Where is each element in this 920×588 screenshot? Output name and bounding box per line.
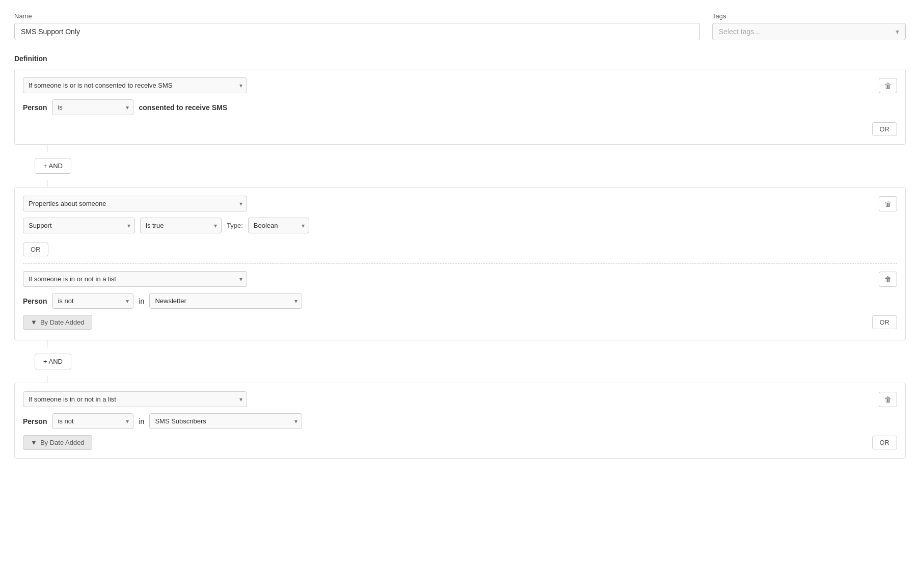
condition4-list-wrapper[interactable]: SMS Subscribers: [149, 413, 302, 429]
condition2-operator-wrapper[interactable]: is true: [140, 218, 222, 233]
condition2-type-select[interactable]: Properties about someone: [23, 196, 247, 211]
condition4-operator-wrapper[interactable]: is not: [52, 413, 133, 429]
tags-placeholder: Select tags...: [719, 28, 760, 36]
condition3-filter-button[interactable]: ▼ By Date Added: [23, 315, 92, 330]
connector-line-1: [47, 145, 47, 152]
condition2-property-wrapper[interactable]: Support: [23, 218, 135, 233]
condition1-type-wrapper[interactable]: If someone is or is not consented to rec…: [23, 77, 247, 93]
name-input[interactable]: [14, 23, 700, 40]
condition4-filter-label: By Date Added: [40, 439, 85, 446]
condition3-list-select[interactable]: Newsletter: [149, 293, 302, 309]
condition1-consented-text: consented to receive SMS: [139, 103, 227, 112]
condition4-delete-button[interactable]: 🗑: [879, 392, 897, 407]
condition4-or-button[interactable]: OR: [872, 436, 898, 449]
condition-block-4: If someone is in or not in a list 🗑 Pers…: [14, 383, 906, 459]
condition4-in-text: in: [139, 417, 144, 425]
definition-title: Definition: [14, 55, 906, 63]
condition1-type-select[interactable]: If someone is or is not consented to rec…: [23, 77, 247, 93]
connector-line-2: [47, 180, 47, 187]
condition2-section: Properties about someone 🗑 Support is tr…: [23, 196, 897, 235]
condition4-operator-select[interactable]: is not: [52, 413, 133, 429]
condition3-operator-wrapper[interactable]: is not: [52, 293, 133, 309]
condition3-filter-label: By Date Added: [40, 318, 85, 326]
condition2-type-wrapper[interactable]: Properties about someone: [23, 196, 247, 211]
condition2-type-value-select[interactable]: Boolean: [248, 218, 309, 233]
condition4-row: Person is not in SMS Subscribers: [23, 413, 897, 429]
condition4-type-select[interactable]: If someone is in or not in a list: [23, 391, 247, 407]
condition1-delete-button[interactable]: 🗑: [879, 78, 897, 93]
filter-icon-2: ▼: [31, 439, 37, 446]
condition1-person-label: Person: [23, 103, 47, 112]
condition2-delete-button[interactable]: 🗑: [879, 196, 897, 211]
condition3-person-label: Person: [23, 297, 47, 305]
name-label: Name: [14, 12, 700, 20]
condition1-operator-select[interactable]: is: [52, 99, 133, 115]
condition2-operator-select[interactable]: is true: [140, 218, 222, 233]
condition2-or-button[interactable]: OR: [23, 243, 48, 256]
condition3-row: Person is not in Newsletter: [23, 293, 897, 309]
condition3-type-select[interactable]: If someone is in or not in a list: [23, 271, 247, 287]
tags-label: Tags: [712, 12, 906, 20]
and-button-2[interactable]: + AND: [35, 354, 71, 369]
condition3-or-button[interactable]: OR: [872, 315, 898, 329]
condition1-operator-wrapper[interactable]: is: [52, 99, 133, 115]
condition4-person-label: Person: [23, 417, 47, 425]
filter-icon: ▼: [31, 318, 37, 326]
condition2-row: Support is true Type: Boolean: [23, 218, 897, 233]
tags-chevron-icon: ▾: [896, 28, 899, 36]
tags-select[interactable]: Select tags... ▾: [712, 23, 906, 40]
condition4-list-select[interactable]: SMS Subscribers: [149, 413, 302, 429]
condition3-operator-select[interactable]: is not: [52, 293, 133, 309]
condition3-list-wrapper[interactable]: Newsletter: [149, 293, 302, 309]
condition3-section: If someone is in or not in a list 🗑 Pers…: [23, 271, 897, 332]
condition1-row: Person is consented to receive SMS: [23, 99, 897, 115]
condition-block-2-3: Properties about someone 🗑 Support is tr…: [14, 187, 906, 340]
condition3-type-wrapper[interactable]: If someone is in or not in a list: [23, 271, 247, 287]
condition-block-1: If someone is or is not consented to rec…: [14, 69, 906, 145]
condition2-type-label: Type:: [227, 222, 243, 229]
condition2-type-value-wrapper[interactable]: Boolean: [248, 218, 309, 233]
connector-line-3: [47, 340, 47, 348]
condition2-property-select[interactable]: Support: [23, 218, 135, 233]
condition3-delete-button[interactable]: 🗑: [879, 272, 897, 287]
condition4-filter-button[interactable]: ▼ By Date Added: [23, 435, 92, 450]
condition3-in-text: in: [139, 297, 144, 305]
condition4-type-wrapper[interactable]: If someone is in or not in a list: [23, 391, 247, 407]
and-button-1[interactable]: + AND: [35, 158, 71, 174]
connector-line-4: [47, 376, 47, 383]
condition1-or-button[interactable]: OR: [872, 122, 898, 136]
